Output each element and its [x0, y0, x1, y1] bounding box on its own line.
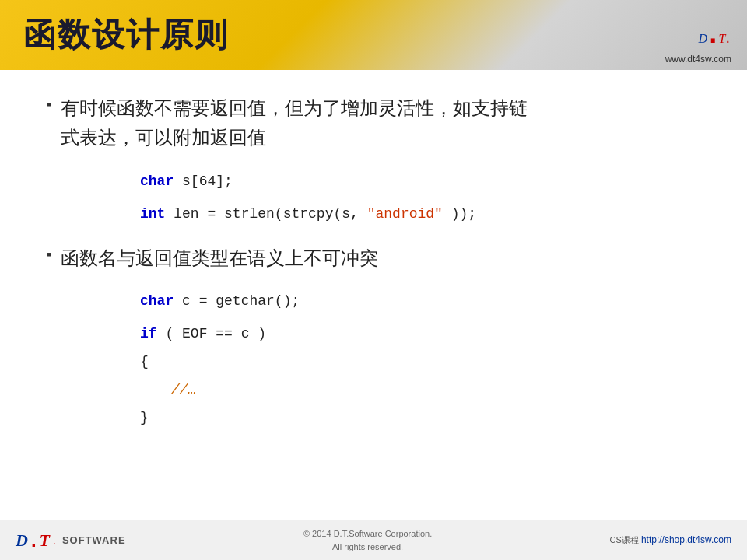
footer-cs-text: CS课程 [610, 535, 641, 544]
slide-footer: D . T . SOFTWARE © 2014 D.T.Software Cor… [0, 520, 747, 560]
bullet-icon-2: ▪ [47, 247, 51, 263]
code-line-int-len: int len = strlen(strcpy(s, "android" )); [140, 200, 700, 228]
logo-t-letter: T [719, 32, 726, 46]
code-line-if: if ( EOF == c ) [140, 320, 700, 348]
logo-area: D . T . www.dt4sw.com [665, 5, 731, 65]
copyright-line2: All rights reserved. [303, 541, 432, 554]
code-line-comment: //… [140, 376, 700, 404]
logo-d-letter: D [699, 32, 708, 46]
footer-logo-t: T [40, 530, 50, 551]
code-c-rest: c = getchar(); [182, 293, 300, 309]
comment-text: //… [171, 382, 196, 397]
kw-if: if [140, 326, 157, 341]
code-string-android: "android" [367, 206, 443, 222]
bullet-text-2: 函数名与返回值类型在语义上不可冲突 [61, 243, 378, 273]
bullet-row-2: ▪ 函数名与返回值类型在语义上不可冲突 [47, 243, 700, 273]
code-len-rest: len = strlen(strcpy(s, [174, 206, 366, 222]
kw-char-2: char [140, 293, 174, 309]
footer-logo-dots: . [53, 534, 56, 547]
footer-url: http://shop.dt4sw.com [641, 534, 731, 545]
kw-char: char [140, 173, 174, 189]
footer-logo: D . T . SOFTWARE [16, 530, 126, 551]
logo-dot: . [707, 5, 718, 52]
bullet-section-1: ▪ 有时候函数不需要返回值，但为了增加灵活性，如支持链 式表达，可以附加返回值 … [47, 93, 700, 228]
copyright-line1: © 2014 D.T.Software Corporation. [303, 527, 432, 541]
code-line-brace-close: } [140, 404, 700, 432]
bullet-section-2: ▪ 函数名与返回值类型在语义上不可冲突 char c = getchar(); … [47, 243, 700, 432]
logo-extra-dot: . [725, 29, 731, 47]
footer-logo-d: D [16, 530, 28, 551]
bullet-icon-1: ▪ [47, 96, 51, 113]
code-if-rest: ( EOF == c ) [165, 326, 266, 341]
code-line-char-s: char s[64]; [140, 167, 700, 195]
footer-right: CS课程 http://shop.dt4sw.com [610, 534, 731, 546]
bullet-text-1: 有时候函数不需要返回值，但为了增加灵活性，如支持链 式表达，可以附加返回值 [61, 93, 528, 153]
kw-int: int [140, 206, 165, 222]
code-line-char-c: char c = getchar(); [140, 287, 700, 315]
slide-content: ▪ 有时候函数不需要返回值，但为了增加灵活性，如支持链 式表达，可以附加返回值 … [0, 70, 747, 463]
logo-website: www.dt4sw.com [665, 54, 731, 65]
bullet-text-line1: 有时候函数不需要返回值，但为了增加灵活性，如支持链 [61, 93, 528, 123]
footer-copyright: © 2014 D.T.Software Corporation. All rig… [303, 527, 432, 553]
code-block-1: char s[64]; int len = strlen(strcpy(s, "… [140, 167, 700, 228]
footer-slide-info: CS课程 http://shop.dt4sw.com [610, 534, 731, 546]
bullet-text-line2: 式表达，可以附加返回值 [61, 123, 528, 152]
slide-header: 函数设计原则 D . T . www.dt4sw.com [0, 0, 747, 70]
slide-title: 函数设计原则 [23, 13, 229, 57]
code-s-rest: s[64]; [182, 173, 233, 189]
code-len-end: )); [451, 206, 476, 222]
code-line-brace-open: { [140, 348, 700, 376]
footer-software-label: SOFTWARE [62, 534, 126, 546]
code-block-2: char c = getchar(); if ( EOF == c ) { //… [140, 287, 700, 432]
footer-logo-dot: . [31, 530, 37, 551]
bullet-row-1: ▪ 有时候函数不需要返回值，但为了增加灵活性，如支持链 式表达，可以附加返回值 [47, 93, 700, 153]
